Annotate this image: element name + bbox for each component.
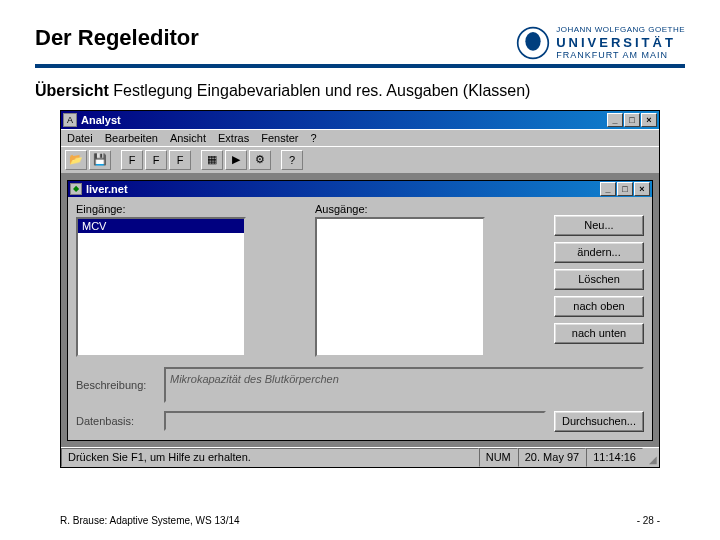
tool-f1-icon[interactable]: F xyxy=(121,150,143,170)
child-minimize-button[interactable]: _ xyxy=(600,182,616,196)
toolbar: 📂 💾 F F F ▦ ▶ ⚙ ? xyxy=(61,146,659,174)
database-label: Datenbasis: xyxy=(76,415,156,427)
menu-view[interactable]: Ansicht xyxy=(170,132,206,144)
tool-gear-icon[interactable]: ⚙ xyxy=(249,150,271,170)
app-icon: A xyxy=(63,113,77,127)
slide-subtitle: Übersicht Festlegung Eingabevariablen un… xyxy=(35,82,685,100)
tool-save-icon[interactable]: 💾 xyxy=(89,150,111,170)
outputs-listbox[interactable] xyxy=(315,217,485,357)
child-window: ◆ liver.net _ □ × Eingänge: MCV xyxy=(67,180,653,441)
menu-file[interactable]: Datei xyxy=(67,132,93,144)
app-window: A Analyst _ □ × Datei Bearbeiten Ansicht… xyxy=(60,110,660,468)
close-button[interactable]: × xyxy=(641,113,657,127)
menu-window[interactable]: Fenster xyxy=(261,132,298,144)
menu-extras[interactable]: Extras xyxy=(218,132,249,144)
menu-edit[interactable]: Bearbeiten xyxy=(105,132,158,144)
tool-open-icon[interactable]: 📂 xyxy=(65,150,87,170)
tool-f3-icon[interactable]: F xyxy=(169,150,191,170)
description-label: Beschreibung: xyxy=(76,379,156,391)
outputs-label: Ausgänge: xyxy=(315,203,544,215)
tool-help-icon[interactable]: ? xyxy=(281,150,303,170)
tool-f2-icon[interactable]: F xyxy=(145,150,167,170)
move-down-button[interactable]: nach unten xyxy=(554,323,644,344)
footer-left: R. Brause: Adaptive Systeme, WS 13/14 xyxy=(60,515,240,526)
delete-button[interactable]: Löschen xyxy=(554,269,644,290)
child-close-button[interactable]: × xyxy=(634,182,650,196)
database-field[interactable] xyxy=(164,411,546,431)
tool-grid-icon[interactable]: ▦ xyxy=(201,150,223,170)
logo-line2: UNIVERSITÄT xyxy=(556,35,685,51)
inputs-label: Eingänge: xyxy=(76,203,305,215)
document-icon: ◆ xyxy=(70,183,82,195)
mdi-client-area: ◆ liver.net _ □ × Eingänge: MCV xyxy=(61,174,659,447)
minimize-button[interactable]: _ xyxy=(607,113,623,127)
description-field[interactable]: Mikrokapazität des Blutkörperchen xyxy=(164,367,644,403)
menu-help[interactable]: ? xyxy=(310,132,316,144)
maximize-button[interactable]: □ xyxy=(624,113,640,127)
footer-page: - 28 - xyxy=(637,515,660,526)
university-logo: JOHANN WOLFGANG GOETHE UNIVERSITÄT FRANK… xyxy=(516,25,685,61)
status-time: 11:14:16 xyxy=(586,448,643,467)
child-title: liver.net xyxy=(86,183,600,195)
child-titlebar[interactable]: ◆ liver.net _ □ × xyxy=(68,181,652,197)
list-item[interactable]: MCV xyxy=(78,219,244,233)
statusbar: Drücken Sie F1, um Hilfe zu erhalten. NU… xyxy=(61,447,659,467)
browse-button[interactable]: Durchsuchen... xyxy=(554,411,644,432)
inputs-listbox[interactable]: MCV xyxy=(76,217,246,357)
status-date: 20. May 97 xyxy=(518,448,586,467)
main-titlebar[interactable]: A Analyst _ □ × xyxy=(61,111,659,129)
svg-point-1 xyxy=(526,32,541,51)
tool-run-icon[interactable]: ▶ xyxy=(225,150,247,170)
logo-line3: FRANKFURT AM MAIN xyxy=(556,50,685,61)
status-numlock: NUM xyxy=(479,448,518,467)
app-title: Analyst xyxy=(81,114,607,126)
resize-grip-icon[interactable]: ◢ xyxy=(643,448,659,467)
menubar[interactable]: Datei Bearbeiten Ansicht Extras Fenster … xyxy=(61,129,659,146)
slide-title: Der Regeleditor xyxy=(35,25,199,51)
status-hint: Drücken Sie F1, um Hilfe zu erhalten. xyxy=(61,448,479,467)
goethe-head-icon xyxy=(516,26,550,60)
logo-line1: JOHANN WOLFGANG GOETHE xyxy=(556,25,685,35)
move-up-button[interactable]: nach oben xyxy=(554,296,644,317)
child-maximize-button[interactable]: □ xyxy=(617,182,633,196)
new-button[interactable]: Neu... xyxy=(554,215,644,236)
edit-button[interactable]: ändern... xyxy=(554,242,644,263)
